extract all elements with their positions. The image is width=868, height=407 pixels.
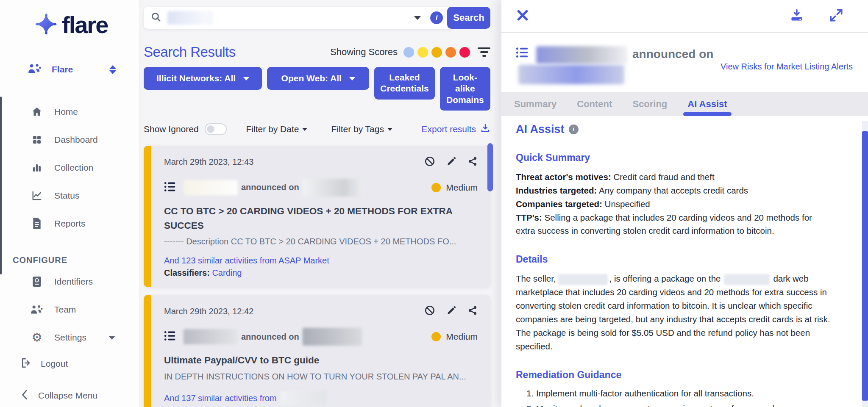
summary-row: Industries targeted: Any company that ac… <box>516 184 833 197</box>
chevron-down-icon <box>387 128 392 131</box>
result-title[interactable]: CC TO BTC > 20 CARDING VIDEOS + 20 METHO… <box>164 204 459 233</box>
sidebar-item-home[interactable]: Home <box>0 98 139 126</box>
search-input[interactable]: i <box>144 7 451 29</box>
severity-dot <box>431 183 441 192</box>
score-dot-4[interactable] <box>445 47 456 58</box>
identifiers-icon <box>31 276 43 287</box>
redacted-source-name <box>303 328 362 346</box>
org-switch-icon[interactable] <box>109 65 116 74</box>
score-dot-5[interactable] <box>459 47 470 58</box>
share-icon[interactable] <box>467 156 478 168</box>
remediation-item: Monitor and analyze payment processing s… <box>536 402 796 407</box>
search-dropdown-caret[interactable] <box>414 16 421 20</box>
ignore-icon[interactable] <box>424 156 435 169</box>
redacted-actor-name <box>558 274 608 285</box>
view-risks-link[interactable]: View Risks for Market Listing Alerts <box>721 45 853 84</box>
sidebar-item-settings[interactable]: ⚙ Settings <box>0 324 139 352</box>
export-results-link[interactable]: Export results <box>422 123 490 136</box>
sidebar-item-identifiers[interactable]: Identifiers <box>0 268 139 296</box>
show-ignored-toggle[interactable] <box>205 123 227 135</box>
collapse-menu-label: Collapse Menu <box>38 390 97 401</box>
similar-activities-link[interactable]: And 123 similar activities from ASAP Mar… <box>164 256 478 266</box>
edit-icon[interactable] <box>446 305 456 317</box>
info-icon[interactable]: i <box>569 125 579 134</box>
share-icon[interactable] <box>467 305 478 317</box>
close-icon[interactable] <box>516 8 529 24</box>
sidebar-item-status[interactable]: Status <box>0 182 139 210</box>
severity-dot <box>431 332 441 341</box>
redacted-source-name <box>303 179 362 197</box>
list-controls-row: Show Ignored Filter by Date Filter by Ta… <box>144 123 490 136</box>
search-info-icon[interactable]: i <box>430 11 443 24</box>
results-list: March 29th 2023, 12:43 announced on Medi… <box>144 146 490 407</box>
score-dot-1[interactable] <box>403 47 414 58</box>
detail-title-row: announced on View Risks for Market Listi… <box>501 33 868 92</box>
result-card[interactable]: March 29th 2023, 12:43 announced on Medi… <box>144 146 490 288</box>
logout-icon <box>21 358 32 370</box>
search-icon <box>150 11 161 24</box>
tab-summary[interactable]: Summary <box>514 99 556 110</box>
results-scrollbar[interactable] <box>487 143 493 191</box>
sidebar-item-team[interactable]: Team <box>0 296 139 324</box>
leaked-credentials-button[interactable]: Leaked Credentials <box>374 67 434 100</box>
score-dot-3[interactable] <box>431 47 442 58</box>
sidebar-item-label: Collection <box>54 163 93 173</box>
tab-content[interactable]: Content <box>577 99 612 110</box>
edit-icon[interactable] <box>446 156 456 168</box>
search-button[interactable]: Search <box>447 7 490 29</box>
score-dot-2[interactable] <box>417 47 428 58</box>
remediation-heading: Remediation Guidance <box>516 369 838 381</box>
sidebar-item-reports[interactable]: Reports <box>0 210 139 238</box>
sidebar-item-label: Settings <box>54 332 86 343</box>
logout-button[interactable]: Logout <box>0 352 139 376</box>
download-icon[interactable] <box>790 9 804 23</box>
sidebar-item-collection[interactable]: Collection <box>0 154 139 182</box>
list-icon <box>516 48 529 61</box>
left-scrollbar[interactable] <box>0 97 2 274</box>
search-results-panel: i Search Search Results Showing Scores I… <box>139 0 501 407</box>
lookalike-domains-button[interactable]: Look-alike Domains <box>440 67 490 111</box>
announced-on-label: announced on <box>241 332 299 342</box>
sidebar: flare Flare Home Dashboard <box>0 0 139 407</box>
team-icon <box>31 305 43 315</box>
redacted-source-name <box>518 65 624 84</box>
severity-label: Medium <box>446 183 478 193</box>
tab-scoring[interactable]: Scoring <box>632 99 667 110</box>
tab-ai-assist[interactable]: AI Assist <box>687 99 727 110</box>
result-title[interactable]: Ultimate Paypal/CVV to BTC guide <box>164 353 459 368</box>
reports-icon <box>31 218 43 229</box>
announced-on-label: announced on <box>241 183 299 192</box>
redacted-actor-name <box>184 180 238 195</box>
chevron-down-icon <box>302 128 307 131</box>
org-switcher[interactable]: Flare <box>28 63 116 76</box>
illicit-networks-filter-button[interactable]: Illicit Networks: All <box>144 67 262 90</box>
ai-assist-heading: AI Assist <box>516 123 565 136</box>
classifier-link[interactable]: Carding <box>212 268 242 277</box>
collapse-menu-button[interactable]: Collapse Menu <box>0 382 139 407</box>
details-body: The seller,, is offering a package on th… <box>516 272 833 353</box>
show-ignored-label: Show Ignored <box>144 124 199 134</box>
org-label: Flare <box>52 64 73 75</box>
result-card[interactable]: March 29th 2023, 12:42 announced on Medi… <box>144 295 490 407</box>
severity-badge: Medium <box>431 332 478 342</box>
redacted-source-name <box>724 274 770 285</box>
detail-header <box>501 0 868 33</box>
sidebar-item-label: Identifiers <box>54 277 93 287</box>
filter-by-date-dropdown[interactable]: Filter by Date <box>246 124 308 134</box>
expand-icon[interactable] <box>830 9 843 23</box>
sidebar-item-dashboard[interactable]: Dashboard <box>0 126 139 154</box>
ignore-icon[interactable] <box>424 305 435 318</box>
similar-activities-link[interactable]: And 137 similar activities from <box>164 391 478 405</box>
filter-lines-icon[interactable] <box>478 47 490 57</box>
result-description: ------- Description CC TO BTC > 20 CARDI… <box>164 237 478 246</box>
collection-icon <box>31 163 43 173</box>
severity-badge: Medium <box>431 183 478 193</box>
open-web-filter-button[interactable]: Open Web: All <box>267 67 369 90</box>
filter-by-tags-dropdown[interactable]: Filter by Tags <box>331 124 392 134</box>
detail-scrollbar[interactable] <box>862 131 868 401</box>
logo-text: flare <box>62 11 108 39</box>
configure-section-header: CONFIGURE <box>13 255 139 265</box>
chevron-down-icon <box>243 77 249 80</box>
summary-row: TTP's: Selling a package that includes 2… <box>516 211 833 238</box>
details-heading: Details <box>516 254 838 265</box>
